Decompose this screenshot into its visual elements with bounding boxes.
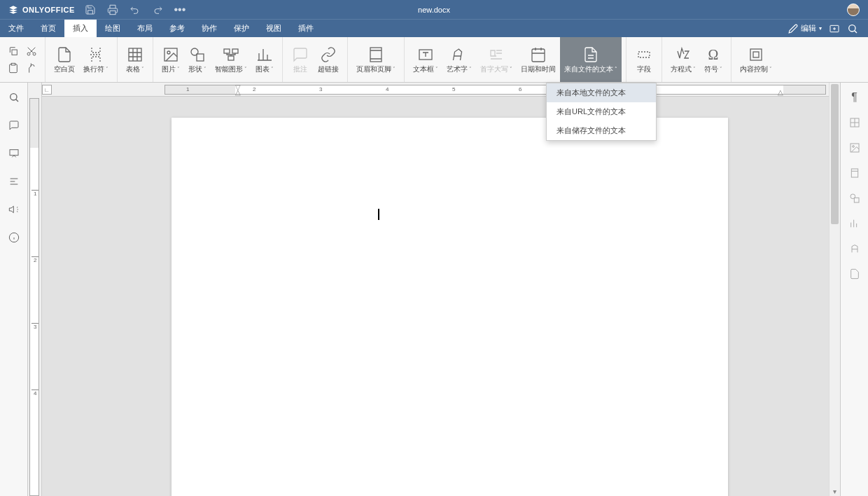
comment-button[interactable]: 批注 (287, 37, 314, 82)
dropdown-storage-file[interactable]: 来自储存文件的文本 (547, 121, 656, 140)
header-footer-button[interactable]: 页眉和页脚˅ (352, 37, 400, 82)
feedback-icon[interactable] (8, 203, 20, 216)
textbox-button[interactable]: 文本框˅ (409, 37, 442, 82)
menu-plugins[interactable]: 插件 (290, 20, 322, 37)
menu-collab[interactable]: 协作 (193, 20, 225, 37)
textart-settings-icon[interactable] (848, 242, 861, 255)
about-icon[interactable] (8, 231, 20, 244)
blank-page-button[interactable]: 空白页 (50, 37, 79, 82)
svg-rect-29 (854, 198, 859, 202)
open-location-icon[interactable] (829, 23, 840, 34)
right-panel: ¶ (840, 83, 868, 496)
menu-file[interactable]: 文件 (0, 20, 32, 37)
vertical-scrollbar[interactable]: ▴ ▾ (829, 83, 840, 496)
format-painter-icon[interactable] (25, 62, 38, 74)
svg-rect-7 (129, 48, 141, 61)
svg-point-6 (33, 53, 36, 55)
svg-point-2 (849, 25, 855, 31)
workspace: 1 2 3 4 ∟ ▽ △ 1 2 3 4 5 6 7 △ (0, 83, 868, 496)
text-from-file-dropdown: 来自本地文件的文本 来自URL文件的文本 来自储存文件的文本 (546, 83, 657, 141)
shape-button[interactable]: 形状˅ (184, 37, 211, 82)
dropdown-url-file[interactable]: 来自URL文件的文本 (547, 102, 656, 121)
equation-button[interactable]: 方程式˅ (666, 37, 700, 82)
save-icon[interactable] (83, 3, 97, 17)
menubar: 文件 首页 插入 绘图 布局 参考 协作 保护 视图 插件 编辑 ▾ (0, 19, 868, 37)
svg-rect-20 (753, 52, 759, 57)
svg-point-5 (27, 53, 30, 55)
paste-icon[interactable] (7, 62, 20, 74)
hyperlink-button[interactable]: 超链接 (314, 37, 343, 82)
svg-rect-0 (110, 11, 115, 14)
insert-toolbar: 空白页 换行符˅ 表格˅ 图片˅ 形状˅ 智能图形˅ 图表˅ 批注 超链接 页眉… (0, 37, 868, 83)
menu-home[interactable]: 首页 (32, 20, 64, 37)
table-settings-icon[interactable] (848, 116, 861, 129)
chart-settings-icon[interactable] (848, 217, 861, 230)
page-break-button[interactable]: 换行符˅ (79, 37, 113, 82)
print-icon[interactable] (106, 3, 120, 17)
field-button[interactable]: 字段 (631, 37, 657, 82)
svg-point-26 (852, 146, 854, 148)
comments-icon[interactable] (8, 119, 20, 132)
menu-references[interactable]: 参考 (161, 20, 193, 37)
smartart-button[interactable]: 智能图形˅ (211, 37, 251, 82)
horizontal-ruler[interactable]: ∟ ▽ △ 1 2 3 4 5 6 7 △ (42, 83, 840, 97)
menu-view[interactable]: 视图 (258, 20, 290, 37)
dropcap-button[interactable]: 首字大写˅ (476, 37, 517, 82)
document-page[interactable] (172, 118, 728, 496)
paragraph-icon[interactable]: ¶ (848, 91, 861, 104)
menu-insert[interactable]: 插入 (64, 20, 97, 37)
svg-point-21 (10, 94, 16, 100)
copy-icon[interactable] (7, 45, 20, 57)
scroll-down-icon[interactable]: ▾ (830, 486, 840, 496)
image-button[interactable]: 图片˅ (158, 37, 184, 82)
titlebar: ONLYOFFICE ••• new.docx (0, 0, 868, 19)
svg-rect-18 (638, 52, 650, 57)
find-icon[interactable] (8, 91, 20, 104)
app-logo[interactable]: ONLYOFFICE (8, 5, 75, 15)
menu-layout[interactable]: 布局 (129, 20, 161, 37)
menu-protect[interactable]: 保护 (225, 20, 258, 37)
vertical-ruler[interactable]: 1 2 3 4 (28, 83, 42, 496)
undo-icon[interactable] (128, 3, 142, 17)
search-icon[interactable] (847, 23, 858, 34)
svg-rect-11 (197, 54, 204, 61)
symbol-button[interactable]: Ω符号˅ (700, 37, 727, 82)
editor-area: 1 2 3 4 ∟ ▽ △ 1 2 3 4 5 6 7 △ (28, 83, 840, 496)
dropdown-local-file[interactable]: 来自本地文件的文本 (547, 83, 656, 102)
form-settings-icon[interactable] (848, 268, 861, 280)
shape-settings-icon[interactable] (848, 192, 861, 205)
document-title: new.docx (418, 6, 450, 14)
svg-rect-3 (12, 50, 17, 55)
menu-draw[interactable]: 绘图 (97, 20, 129, 37)
content-control-button[interactable]: 内容控制˅ (736, 37, 776, 82)
header-settings-icon[interactable] (848, 167, 861, 179)
svg-rect-22 (10, 150, 18, 156)
text-from-file-button[interactable]: 来自文件的文本˄ (560, 37, 622, 82)
svg-rect-17 (532, 49, 545, 62)
scroll-thumb[interactable] (831, 84, 839, 224)
more-icon[interactable]: ••• (173, 3, 187, 17)
svg-rect-13 (232, 49, 238, 53)
svg-rect-14 (228, 56, 234, 60)
table-button[interactable]: 表格˅ (122, 37, 148, 82)
svg-rect-15 (370, 48, 382, 62)
left-panel (0, 83, 28, 496)
wordart-button[interactable]: 艺术字˅ (442, 37, 476, 82)
svg-point-9 (167, 51, 170, 54)
svg-rect-19 (750, 49, 762, 60)
app-name: ONLYOFFICE (22, 6, 75, 14)
image-settings-icon[interactable] (848, 142, 861, 154)
chat-icon[interactable] (8, 147, 20, 160)
redo-icon[interactable] (150, 3, 164, 17)
cut-icon[interactable] (25, 45, 38, 57)
chart-button[interactable]: 图表˅ (251, 37, 278, 82)
svg-rect-4 (11, 63, 15, 65)
user-avatar[interactable] (847, 4, 860, 16)
edit-mode-button[interactable]: 编辑 ▾ (788, 23, 822, 34)
datetime-button[interactable]: 日期和时间 (517, 37, 560, 82)
text-cursor (378, 209, 379, 220)
svg-rect-27 (851, 169, 858, 177)
headings-icon[interactable] (8, 175, 20, 188)
svg-rect-12 (224, 49, 230, 53)
